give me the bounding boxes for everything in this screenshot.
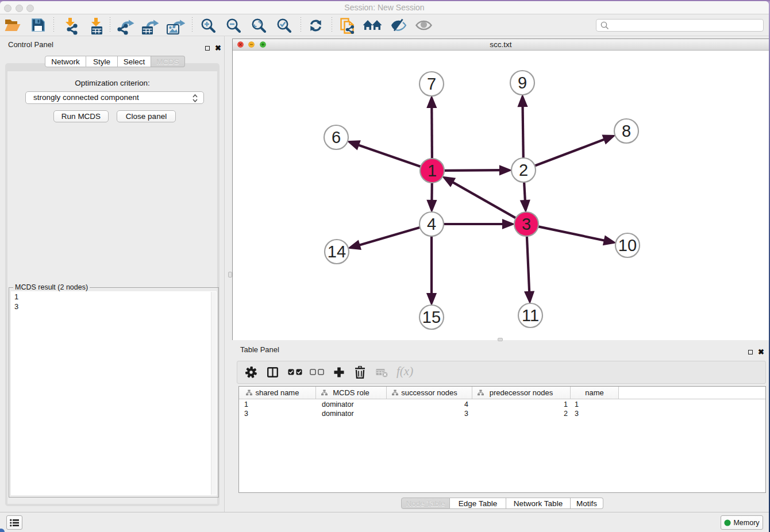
svg-text:11: 11 bbox=[522, 306, 539, 325]
svg-text:1: 1 bbox=[428, 161, 437, 180]
svg-text:7: 7 bbox=[427, 75, 436, 93]
svg-text:15: 15 bbox=[422, 308, 441, 326]
svg-text:10: 10 bbox=[618, 236, 637, 255]
svg-text:4: 4 bbox=[427, 215, 436, 233]
svg-text:3: 3 bbox=[522, 215, 531, 233]
svg-text:9: 9 bbox=[518, 74, 527, 92]
svg-text:14: 14 bbox=[328, 242, 346, 261]
svg-text:2: 2 bbox=[519, 161, 528, 179]
svg-text:8: 8 bbox=[622, 122, 631, 140]
svg-text:6: 6 bbox=[332, 128, 341, 147]
